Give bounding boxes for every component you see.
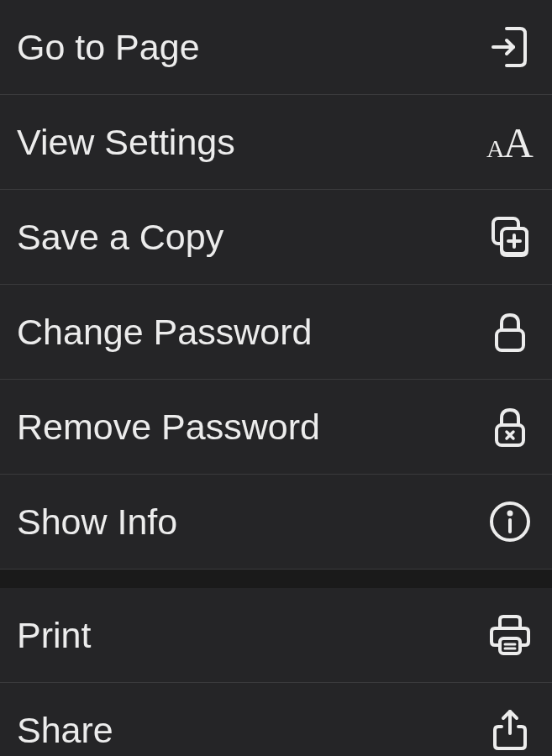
menu-item-label: Change Password [17, 312, 312, 353]
svg-rect-6 [500, 638, 520, 654]
info-icon [486, 498, 534, 545]
menu-item-label: Remove Password [17, 407, 320, 448]
share-item[interactable]: Share [0, 683, 552, 756]
show-info-item[interactable]: Show Info [0, 475, 552, 570]
print-item[interactable]: Print [0, 588, 552, 683]
menu-item-label: Show Info [17, 501, 177, 543]
go-to-page-item[interactable]: Go to Page [0, 0, 552, 95]
change-password-item[interactable]: Change Password [0, 285, 552, 380]
lock-icon [486, 308, 534, 355]
svg-rect-2 [497, 330, 523, 350]
menu-item-label: Save a Copy [17, 217, 223, 258]
menu-list: Go to Page View Settings AA Save a Copy [0, 0, 552, 756]
view-settings-item[interactable]: View Settings AA [0, 95, 552, 190]
enter-page-icon [486, 24, 534, 71]
save-a-copy-item[interactable]: Save a Copy [0, 190, 552, 285]
menu-separator [0, 570, 552, 588]
copy-plus-icon [486, 213, 534, 260]
svg-point-5 [509, 512, 512, 515]
menu-item-label: Print [17, 615, 91, 656]
printer-icon [486, 612, 534, 659]
menu-item-label: Share [17, 710, 113, 751]
lock-x-icon [486, 403, 534, 450]
share-icon [486, 706, 534, 753]
menu-item-label: View Settings [17, 122, 235, 163]
remove-password-item[interactable]: Remove Password [0, 380, 552, 475]
text-size-icon: AA [486, 118, 534, 165]
menu-item-label: Go to Page [17, 27, 200, 68]
